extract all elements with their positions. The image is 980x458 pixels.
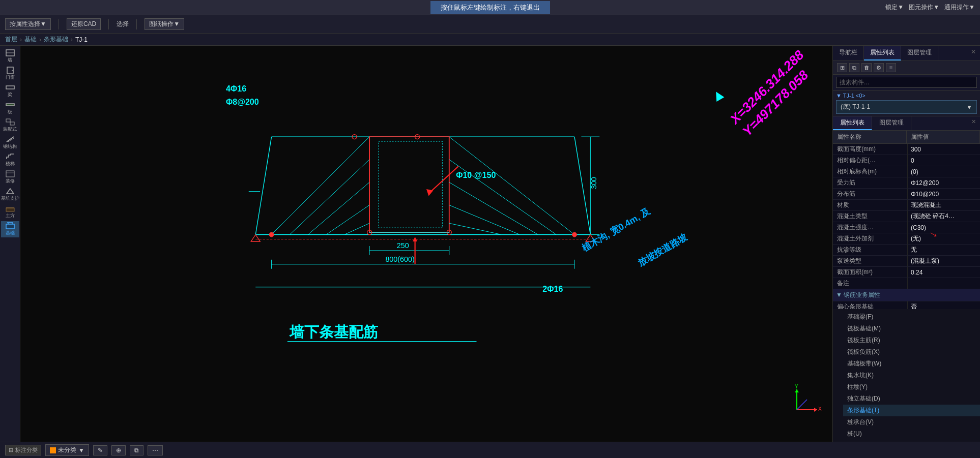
panel-settings-btn[interactable]: ⚙ [874,63,884,72]
close-sub-tab-btn[interactable]: ✕ [967,116,980,130]
sub-nav-column[interactable]: 柱墩(Y) [843,381,980,393]
sidebar-item-beam[interactable]: 梁 [1,83,19,99]
panel-more-btn[interactable]: ≡ [886,63,896,72]
sidebar-item-door[interactable]: 门窗 [1,66,19,82]
right-panel: 导航栏 属性列表 图层管理 ✕ ⊞ ⧉ 🗑 ⚙ ≡ ▼ TJ-1 <0> (底)… [832,46,980,442]
sidebar-item-wall[interactable]: 墙 [1,48,19,65]
sub-nav-isolated[interactable]: 独立基础(D) [843,393,980,405]
sub-nav-raft[interactable]: 筏板基础(M) [843,323,980,334]
sidebar-item-earth[interactable]: 土方 [1,204,19,220]
bottom-bar: ⊞ 标注分类 未分类 ▼ ✎ ⊕ ⧉ ⋯ [0,442,980,458]
prop-name-12: 备注 [833,278,908,289]
panel-delete-btn[interactable]: 🗑 [861,63,872,72]
sub-nav-strip-T[interactable]: 条形基础(T) [843,405,980,416]
prop-value-1[interactable]: 0 [908,156,980,165]
prop-name-11: 截面面积(m²) [833,267,908,278]
prop-value-0[interactable]: 300 [908,145,980,154]
search-input[interactable] [836,77,977,88]
copy-btn[interactable]: ⧉ [130,445,143,455]
prop-name-1: 相对偏心距(… [833,155,908,166]
move-btn[interactable]: ⊕ [111,445,126,455]
sidebar-label-fsupport: 基坑支护 [1,195,19,202]
sidebar-item-deco[interactable]: 装配式 [1,117,19,134]
sub-nav-raft-neg[interactable]: 筏板负筋(X) [843,346,980,358]
panel-copy-btn[interactable]: ⧉ [849,63,859,72]
tab-props[interactable]: 属性列表 [864,46,901,60]
sub-nav-strip-found[interactable]: 基础梁(F) [843,311,980,323]
sub-tab-props[interactable]: 属性列表 [833,116,872,130]
svg-marker-71 [795,389,799,392]
dropdown-chevron: ▼ [78,447,84,454]
panel-new-btn[interactable]: ⊞ [837,63,847,72]
component-label: ▼ TJ-1 <0> [836,93,977,99]
svg-line-72 [797,400,807,410]
img-manage-btn[interactable]: 图纸操作▼ [145,18,184,30]
svg-rect-13 [6,208,14,211]
prop-row-9: 抗渗等级 无 [833,245,980,256]
sub-nav-raft-main[interactable]: 筏板主筋(R) [843,334,980,346]
prop-value-2[interactable]: (0) [908,167,980,176]
svg-marker-69 [814,408,817,412]
sidebar-item-stair[interactable]: 楼梯 [1,152,19,168]
edit-btn[interactable]: ✎ [93,445,107,455]
sidebar-item-foundation[interactable]: 基础 [1,221,19,237]
prop-value-11[interactable]: 0.24 [908,268,980,277]
close-panel-btn[interactable]: ✕ [967,46,980,60]
svg-rect-5 [6,104,14,106]
prop-value-12[interactable] [908,283,980,285]
svg-text:300: 300 [590,177,598,189]
restore-cad-btn[interactable]: 还原CAD [67,18,101,30]
prop-value-14[interactable]: 否 [908,301,980,309]
svg-line-32 [449,205,520,234]
svg-text:X: X [818,406,822,412]
prop-value-8[interactable]: (无) [908,233,980,244]
prop-value-9[interactable]: 无 [908,245,980,255]
sidebar-item-finish[interactable]: 装修 [1,169,19,186]
prop-value-4[interactable]: Φ10@200 [908,190,980,199]
prop-value-7[interactable]: (C30) [908,223,980,232]
tab-nav[interactable]: 导航栏 [833,46,864,60]
drawing-area[interactable]: 300 250 800(600) 4Φ16 Φ8@200 Φ10 @150 [20,46,832,442]
prop-value-3[interactable]: Φ12@200 [908,178,980,188]
sidebar-item-fsupport[interactable]: 基坑支护 [1,187,19,203]
lock-btn[interactable]: 锁定▼ [885,3,904,12]
prop-value-5[interactable]: 现浇混凝土 [908,200,980,210]
left-sidebar: 墙 门窗 梁 板 装配式 钢结构 楼梯 装修 [0,46,20,442]
category-btn[interactable]: 未分类 ▼ [45,444,89,456]
sub-tab-layers[interactable]: 图层管理 [872,116,911,130]
prop-name-14: 偏心条形基础 [833,301,908,309]
sidebar-item-rebar[interactable]: 钢结构 [1,135,19,151]
panel-header: ⊞ ⧉ 🗑 ⚙ ≡ [833,61,980,75]
svg-marker-63 [251,235,260,241]
prop-row-8: 混凝土外加剂 (无) [833,233,980,245]
svg-line-28 [344,223,369,234]
breadcrumb-category[interactable]: 基础 [24,35,37,44]
second-toolbar: 按属性选择▼ 还原CAD 选择 图纸操作▼ [0,15,980,34]
general-ops-btn[interactable]: 通用操作▼ [944,3,975,12]
svg-rect-10 [6,171,14,177]
breadcrumb: 首层 › 基础 › 条形基础 › TJ-1 [0,34,980,46]
prop-name-3: 受力筋 [833,177,908,188]
sub-nav-found-slab[interactable]: 基础板带(W) [843,358,980,370]
breadcrumb-floor[interactable]: 首层 [5,35,17,44]
component-dropdown[interactable]: (底) TJ-1-1 ▼ [836,100,977,114]
panel-actions: ⊞ ⧉ 🗑 ⚙ ≡ [837,63,896,72]
prop-value-10[interactable]: (混凝土泵) [908,256,980,266]
sub-nav-pile[interactable]: 桩(U) [843,428,980,440]
svg-line-25 [290,160,369,235]
svg-point-3 [12,70,13,71]
tab-layers[interactable]: 图层管理 [901,46,938,60]
sidebar-item-slab[interactable]: 板 [1,100,19,116]
more-btn[interactable]: ⋯ [148,445,163,455]
prop-row-5: 材质 现浇混凝土 [833,200,980,211]
breadcrumb-type[interactable]: 条形基础 [44,35,68,44]
select-by-attr-btn[interactable]: 按属性选择▼ [5,18,51,30]
breadcrumb-item[interactable]: TJ-1 [75,36,88,43]
element-ops-btn[interactable]: 图元操作▼ [909,3,939,12]
svg-text:250: 250 [397,241,409,250]
prop-section-rebar: ▼ 钢筋业务属性 [833,289,883,301]
prop-value-6[interactable]: (现浇砼 碎石4… [908,211,980,222]
sub-nav-pit[interactable]: 集水坑(K) [843,370,980,381]
svg-rect-7 [10,122,14,125]
sub-nav-pile-cap[interactable]: 桩承台(V) [843,416,980,428]
